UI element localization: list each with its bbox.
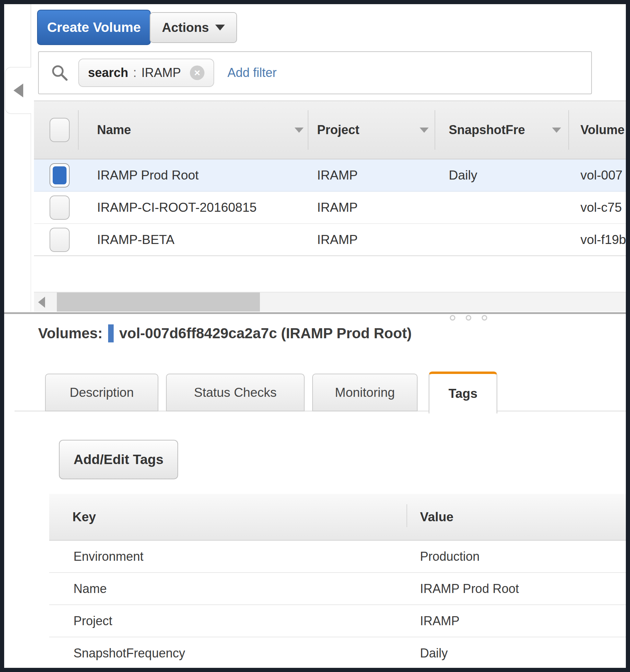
column-header-snapshotfrequency[interactable]: SnapshotFre <box>449 123 525 137</box>
column-divider <box>308 110 308 150</box>
grip-dot-icon <box>466 315 471 321</box>
column-header-project[interactable]: Project <box>317 123 359 137</box>
tag-row: Project IRAMP <box>49 605 626 637</box>
tag-key: SnapshotFrequency <box>73 646 185 661</box>
cell-volume-id: vol-c75 <box>580 200 622 215</box>
tags-value-header: Value <box>420 510 454 524</box>
create-volume-button[interactable]: Create Volume <box>37 10 151 45</box>
add-filter-button[interactable]: Add filter <box>227 66 277 80</box>
sort-caret-icon <box>420 128 429 133</box>
tag-key: Environment <box>73 549 143 564</box>
scrollbar-thumb[interactable] <box>57 293 260 312</box>
left-rail-divider-lower <box>30 114 31 312</box>
row-checkbox[interactable] <box>50 195 70 220</box>
scroll-left-icon[interactable] <box>38 297 45 308</box>
table-row[interactable]: IRAMP Prod Root IRAMP Daily vol-007 <box>34 159 626 192</box>
tag-value: IRAMP Prod Root <box>420 582 519 596</box>
tags-column-divider <box>406 504 407 527</box>
heading-label: Volumes: <box>38 325 103 342</box>
add-edit-tags-button[interactable]: Add/Edit Tags <box>59 440 178 479</box>
screenshot-frame: Create Volume Actions search : IRAMP × A… <box>0 0 630 672</box>
sidebar-collapse-tab[interactable] <box>5 67 31 114</box>
tab-monitoring[interactable]: Monitoring <box>312 374 418 411</box>
table-row[interactable]: IRAMP-CI-ROOT-20160815 IRAMP vol-c75 <box>34 192 626 224</box>
tags-table-header: Key Value <box>49 494 626 541</box>
cell-snapshot-frequency: Daily <box>449 168 477 183</box>
chevron-down-icon <box>215 25 225 30</box>
search-icon <box>51 64 69 82</box>
filter-separator: : <box>133 66 137 80</box>
remove-filter-icon[interactable]: × <box>190 66 204 80</box>
tab-status-checks[interactable]: Status Checks <box>166 374 305 411</box>
cell-project: IRAMP <box>317 168 358 183</box>
tag-value: Production <box>420 549 480 564</box>
left-rail-divider <box>30 4 31 67</box>
tag-value: IRAMP <box>420 614 460 628</box>
collapse-left-icon <box>14 84 23 97</box>
row-checkbox[interactable] <box>50 228 70 252</box>
detail-panel-heading: Volumes: vol-007d6ff8429ca2a7c (IRAMP Pr… <box>38 324 412 342</box>
sort-caret-icon <box>295 128 304 133</box>
tab-tags-active[interactable]: Tags <box>429 372 497 413</box>
horizontal-scrollbar[interactable] <box>34 292 626 312</box>
cell-volume-id: vol-f19b <box>580 233 626 247</box>
heading-caret-bar <box>108 324 114 342</box>
actions-button-label: Actions <box>162 20 209 35</box>
splitter-grip-handle[interactable] <box>450 315 487 321</box>
tag-row: Name IRAMP Prod Root <box>49 573 626 605</box>
filter-value-label: IRAMP <box>141 66 181 80</box>
tag-key: Project <box>73 614 112 628</box>
tag-key: Name <box>73 582 107 596</box>
tag-row: Environment Production <box>49 541 626 573</box>
grip-dot-icon <box>482 315 487 321</box>
column-divider <box>435 110 435 150</box>
tag-value: Daily <box>420 646 448 661</box>
column-header-name[interactable]: Name <box>97 123 131 137</box>
cell-name: IRAMP-BETA <box>97 233 174 247</box>
cell-project: IRAMP <box>317 200 358 215</box>
volumes-table-header: Name Project SnapshotFre Volume <box>34 101 626 159</box>
filter-search-bar[interactable]: search : IRAMP × Add filter <box>38 51 592 94</box>
sort-caret-icon <box>552 128 561 133</box>
search-filter-pill[interactable]: search : IRAMP × <box>78 59 214 87</box>
column-header-volume[interactable]: Volume <box>580 123 624 137</box>
select-all-checkbox[interactable] <box>50 118 70 142</box>
heading-volume-id: vol-007d6ff8429ca2a7c (IRAMP Prod Root) <box>119 325 412 342</box>
column-divider <box>568 110 569 150</box>
filter-key-label: search <box>88 66 128 80</box>
table-row[interactable]: IRAMP-BETA IRAMP vol-f19b <box>34 224 626 256</box>
cell-volume-id: vol-007 <box>580 168 622 183</box>
ec2-volumes-console: Create Volume Actions search : IRAMP × A… <box>4 4 626 668</box>
grip-dot-icon <box>450 315 455 321</box>
cell-name: IRAMP Prod Root <box>97 168 199 183</box>
cell-name: IRAMP-CI-ROOT-20160815 <box>97 200 257 215</box>
actions-dropdown-button[interactable]: Actions <box>150 12 237 43</box>
tag-row: SnapshotFrequency Daily <box>49 637 626 668</box>
tags-key-header: Key <box>72 510 96 524</box>
cell-project: IRAMP <box>317 233 358 247</box>
row-checkbox[interactable] <box>50 163 70 187</box>
tab-description[interactable]: Description <box>45 374 158 411</box>
panel-splitter[interactable] <box>4 312 626 314</box>
column-divider <box>78 110 79 150</box>
volumes-table: Name Project SnapshotFre Volume IRAMP Pr… <box>34 101 626 256</box>
tags-table: Key Value Environment Production Name IR… <box>49 494 626 668</box>
